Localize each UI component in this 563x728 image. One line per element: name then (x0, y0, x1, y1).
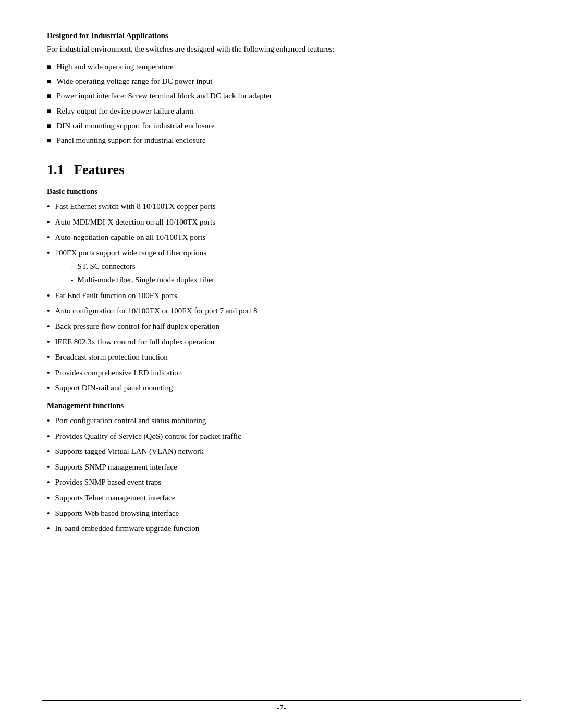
list-item: • In-band embedded firmware upgrade func… (47, 522, 516, 536)
bullet-text: Relay output for device power failure al… (56, 105, 193, 117)
dot-icon: • (47, 381, 50, 395)
list-item: • IEEE 802.3x flow control for full dupl… (47, 336, 516, 349)
list-item: • Auto-negotiation capable on all 10/100… (47, 231, 516, 244)
dot-icon: • (47, 336, 50, 349)
dot-icon: • (47, 246, 50, 260)
sub-list-item: - ST, SC connectors (71, 260, 215, 273)
features-title-text: Features (74, 162, 124, 177)
dot-icon: • (47, 445, 50, 459)
list-item-text: Far End Fault function on 100FX ports (55, 289, 177, 302)
bullet-text: Panel mounting support for industrial en… (56, 134, 205, 146)
list-item-text: Support DIN-rail and panel mounting (55, 381, 173, 394)
list-item: • Provides comprehensive LED indication (47, 366, 516, 380)
basic-functions-list: • Fast Ethernet switch with 8 10/100TX c… (47, 200, 516, 395)
list-item: • Supports Web based browsing interface (47, 507, 516, 521)
basic-functions-block: Basic functions • Fast Ethernet switch w… (47, 187, 516, 395)
list-item-text: Fast Ethernet switch with 8 10/100TX cop… (55, 200, 216, 213)
list-item: ■ Wide operating voltage range for DC po… (47, 75, 516, 88)
features-section: 1.1 Features Basic functions • Fast Ethe… (47, 162, 516, 536)
features-title: 1.1 Features (47, 162, 516, 178)
bullet-text: Wide operating voltage range for DC powe… (56, 75, 212, 88)
page: Designed for Industrial Applications For… (0, 0, 563, 728)
list-item: ■ Power input interface: Screw terminal … (47, 90, 516, 102)
dot-icon: • (47, 231, 50, 244)
bullet-icon: ■ (47, 120, 51, 132)
management-functions-list: • Port configuration control and status … (47, 414, 516, 536)
list-item-text: Provides Quality of Service (QoS) contro… (55, 430, 241, 442)
dot-icon: • (47, 216, 50, 229)
management-functions-block: Management functions • Port configuratio… (47, 401, 516, 536)
bullet-text: Power input interface: Screw terminal bl… (56, 90, 272, 102)
list-item-text: Supports tagged Virtual LAN (VLAN) netwo… (55, 445, 204, 458)
list-item-text: Broadcast storm protection function (55, 351, 168, 363)
bullet-icon: ■ (47, 91, 51, 102)
bullet-icon: ■ (47, 106, 51, 117)
sub-list: - ST, SC connectors - Multi-mode fiber, … (71, 260, 215, 286)
sub-list-text: ST, SC connectors (78, 260, 136, 273)
list-item-text: Port configuration control and status mo… (55, 414, 206, 427)
dot-icon: • (47, 200, 50, 214)
dot-icon: • (47, 476, 50, 489)
list-item-text: Back pressure flow control for half dupl… (55, 320, 219, 332)
dash-icon: - (71, 260, 74, 273)
page-footer: -7- (0, 700, 563, 712)
designed-bullets: ■ High and wide operating temperature ■ … (47, 60, 516, 147)
bullet-text: High and wide operating temperature (56, 60, 173, 73)
dot-icon: • (47, 507, 50, 521)
list-item: • Support DIN-rail and panel mounting (47, 381, 516, 395)
section-number: 1.1 (47, 162, 64, 177)
list-item-text: Auto-negotiation capable on all 10/100TX… (55, 231, 206, 243)
sub-list-item: - Multi-mode fiber, Single mode duplex f… (71, 274, 215, 286)
list-item: • Fast Ethernet switch with 8 10/100TX c… (47, 200, 516, 214)
list-item: ■ High and wide operating temperature (47, 60, 516, 73)
list-item-text: 100FX ports support wide range of fiber … (55, 249, 206, 257)
list-item-text: Supports SNMP management interface (55, 461, 177, 473)
list-item: • Far End Fault function on 100FX ports (47, 289, 516, 303)
list-item: • Supports tagged Virtual LAN (VLAN) net… (47, 445, 516, 459)
list-item: ■ Relay output for device power failure … (47, 105, 516, 117)
page-number: -7- (277, 704, 286, 712)
designed-heading: Designed for Industrial Applications (47, 31, 516, 40)
sub-list-text: Multi-mode fiber, Single mode duplex fib… (78, 274, 215, 286)
list-item-text: Supports Telnet management interface (55, 491, 176, 504)
list-item: • Broadcast storm protection function (47, 351, 516, 364)
list-item: • Provides Quality of Service (QoS) cont… (47, 430, 516, 443)
footer-divider (42, 700, 521, 701)
list-item-text: Provides comprehensive LED indication (55, 366, 182, 379)
bullet-text: DIN rail mounting support for industrial… (56, 119, 214, 132)
list-item-text: Auto MDI/MDI-X detection on all 10/100TX… (55, 216, 215, 228)
dot-icon: • (47, 461, 50, 474)
dot-icon: • (47, 289, 50, 303)
list-item: • Port configuration control and status … (47, 414, 516, 428)
dot-icon: • (47, 351, 50, 364)
dash-icon: - (71, 274, 74, 286)
list-item-text: Auto configuration for 10/100TX or 100FX… (55, 304, 258, 317)
list-item: • Supports Telnet management interface (47, 491, 516, 505)
list-item-text: In-band embedded firmware upgrade functi… (55, 522, 200, 535)
bullet-icon: ■ (47, 76, 51, 88)
dot-icon: • (47, 414, 50, 428)
list-item: • Back pressure flow control for half du… (47, 320, 516, 334)
dot-icon: • (47, 491, 50, 505)
dot-icon: • (47, 304, 50, 318)
dot-icon: • (47, 522, 50, 536)
management-functions-heading: Management functions (47, 401, 516, 410)
list-item: • Auto configuration for 10/100TX or 100… (47, 304, 516, 318)
list-item: ■ Panel mounting support for industrial … (47, 134, 516, 146)
designed-section: Designed for Industrial Applications For… (47, 31, 516, 147)
designed-intro: For industrial environment, the switches… (47, 43, 516, 55)
list-item-text: Supports Web based browsing interface (55, 507, 179, 520)
list-item: • 100FX ports support wide range of fibe… (47, 246, 516, 287)
dot-icon: • (47, 320, 50, 334)
list-item: • Provides SNMP based event traps (47, 476, 516, 489)
list-item-text: Provides SNMP based event traps (55, 476, 162, 488)
list-item: • Auto MDI/MDI-X detection on all 10/100… (47, 216, 516, 229)
bullet-icon: ■ (47, 135, 51, 146)
list-item: ■ DIN rail mounting support for industri… (47, 119, 516, 132)
basic-functions-heading: Basic functions (47, 187, 516, 196)
dot-icon: • (47, 430, 50, 443)
bullet-icon: ■ (47, 61, 51, 73)
list-item: • Supports SNMP management interface (47, 461, 516, 474)
dot-icon: • (47, 366, 50, 380)
list-item-text: IEEE 802.3x flow control for full duplex… (55, 336, 215, 348)
